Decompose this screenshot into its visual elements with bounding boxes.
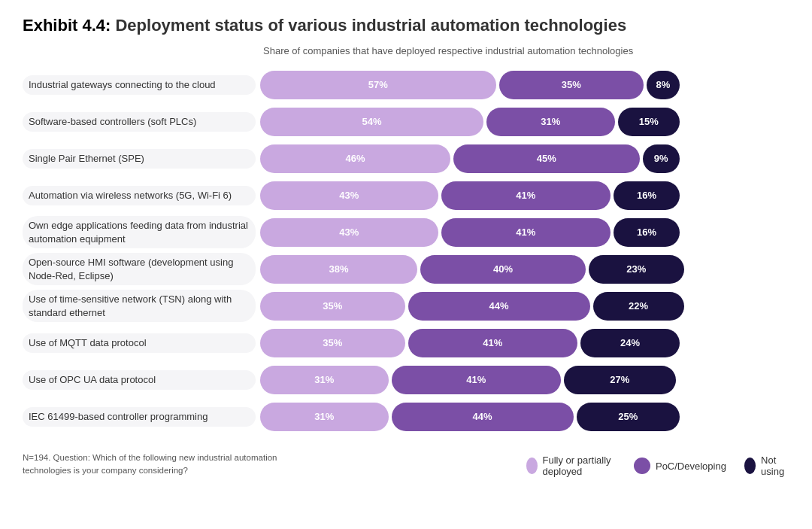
legend: Fully or partially deployedPoC/Developin…: [526, 455, 789, 477]
row-label: Own edge applications feeding data from …: [23, 216, 256, 248]
legend-item: Not using: [744, 455, 789, 477]
chart-row: Use of OPC UA data protocol31%41%27%: [23, 363, 789, 397]
legend-color-dot: [634, 458, 650, 474]
bar-not: 23%: [589, 255, 684, 284]
legend-label: Fully or partially deployed: [543, 455, 616, 477]
bar-poc: 45%: [453, 144, 640, 173]
row-label: Open-source HMI software (development us…: [23, 253, 256, 285]
chart-row: Single Pair Ethernet (SPE)46%45%9%: [23, 142, 789, 175]
row-label: Use of time-sensitive network (TSN) alon…: [23, 290, 256, 322]
chart-title: Exhibit 4.4: Deployment status of variou…: [23, 15, 789, 37]
row-bars: 31%44%25%: [260, 403, 789, 431]
legend-label: Not using: [761, 455, 789, 477]
chart-row: Software-based controllers (soft PLCs)54…: [23, 105, 789, 138]
bar-poc: 44%: [408, 292, 590, 321]
bar-not: 22%: [593, 292, 684, 321]
bar-not: 27%: [564, 366, 676, 394]
legend-color-dot: [744, 458, 756, 474]
bar-poc: 31%: [486, 108, 615, 136]
chart-row: Own edge applications feeding data from …: [23, 216, 789, 249]
chart-row: Use of time-sensitive network (TSN) alon…: [23, 290, 789, 323]
row-bars: 35%44%22%: [260, 292, 789, 321]
bar-poc: 41%: [441, 181, 611, 210]
bar-fully: 35%: [260, 329, 405, 357]
bar-fully: 43%: [260, 181, 438, 210]
chart-subtitle: Share of companies that have deployed re…: [263, 44, 789, 58]
bar-not: 25%: [577, 403, 680, 431]
bar-poc: 41%: [408, 329, 578, 357]
row-label: Industrial gateways connecting to the cl…: [23, 75, 256, 95]
bar-poc: 40%: [420, 255, 586, 284]
row-label: Use of OPC UA data protocol: [23, 370, 256, 390]
bar-not: 16%: [614, 218, 680, 247]
bar-poc: 44%: [392, 403, 574, 431]
bar-not: 8%: [647, 71, 680, 99]
bar-fully: 35%: [260, 292, 405, 321]
footnote: N=194. Question: Which of the following …: [23, 451, 286, 478]
chart-row: Open-source HMI software (development us…: [23, 253, 789, 286]
row-label: Automation via wireless networks (5G, Wi…: [23, 186, 256, 205]
bar-fully: 31%: [260, 403, 389, 431]
bar-fully: 54%: [260, 108, 483, 136]
bar-not: 9%: [643, 144, 680, 173]
row-label: Single Pair Ethernet (SPE): [23, 149, 256, 169]
row-bars: 57%35%8%: [260, 71, 789, 99]
legend-color-dot: [526, 458, 538, 474]
row-bars: 38%40%23%: [260, 255, 789, 284]
legend-label: PoC/Developing: [656, 461, 726, 472]
chart-row: Automation via wireless networks (5G, Wi…: [23, 179, 789, 212]
row-label: Software-based controllers (soft PLCs): [23, 112, 256, 132]
bar-not: 24%: [580, 329, 680, 357]
bar-not: 15%: [618, 108, 680, 136]
bar-poc: 41%: [392, 366, 562, 394]
title-text: Deployment status of various industrial …: [111, 16, 626, 35]
bar-fully: 38%: [260, 255, 417, 284]
row-bars: 46%45%9%: [260, 144, 789, 173]
bar-fully: 43%: [260, 218, 438, 247]
legend-item: Fully or partially deployed: [526, 455, 616, 477]
chart-container: Industrial gateways connecting to the cl…: [23, 68, 789, 433]
row-label: IEC 61499-based controller programming: [23, 407, 256, 427]
bar-poc: 41%: [441, 218, 611, 247]
chart-row: Industrial gateways connecting to the cl…: [23, 68, 789, 102]
row-bars: 43%41%16%: [260, 181, 789, 210]
row-bars: 31%41%27%: [260, 366, 789, 394]
title-prefix: Exhibit 4.4:: [23, 16, 111, 35]
row-label: Use of MQTT data protocol: [23, 333, 256, 353]
row-bars: 54%31%15%: [260, 108, 789, 136]
bar-fully: 46%: [260, 144, 450, 173]
bar-fully: 57%: [260, 71, 496, 99]
row-bars: 35%41%24%: [260, 329, 789, 357]
bar-fully: 31%: [260, 366, 389, 394]
legend-item: PoC/Developing: [634, 458, 726, 474]
chart-row: Use of MQTT data protocol35%41%24%: [23, 327, 789, 360]
row-bars: 43%41%16%: [260, 218, 789, 247]
chart-row: IEC 61499-based controller programming31…: [23, 400, 789, 433]
bar-poc: 35%: [499, 71, 644, 99]
bar-not: 16%: [614, 181, 680, 210]
